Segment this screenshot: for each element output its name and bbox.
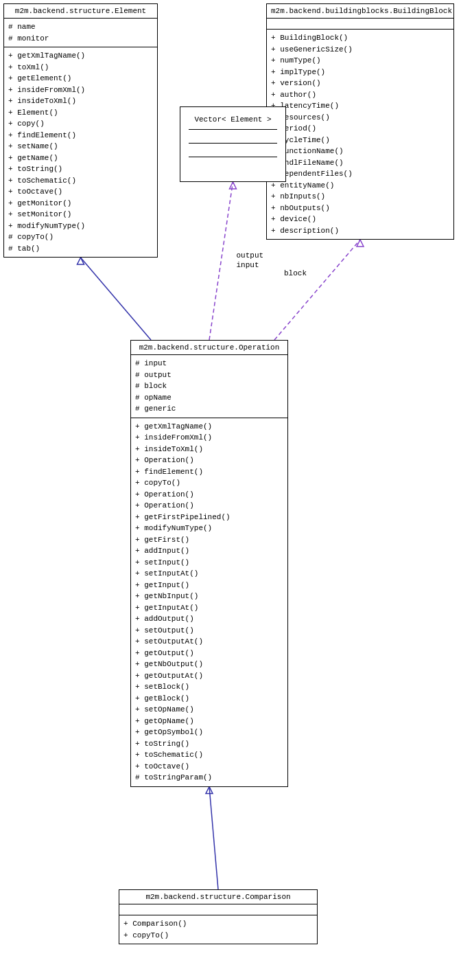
svg-marker-1 (78, 258, 84, 264)
operation-method-item: + getFirst() (135, 534, 283, 546)
svg-line-2 (209, 182, 233, 340)
operation-method-item: + toOctave() (135, 761, 283, 773)
element-method-item: + getElement() (8, 73, 153, 84)
comparison-class-box: m2m.backend.structure.Comparison + Compa… (119, 889, 318, 944)
operation-method-item: + setOpName() (135, 704, 283, 716)
diagram-container: m2m.backend.structure.Element # name # m… (0, 0, 461, 980)
element-method-item: + toOctave() (8, 186, 153, 198)
operation-method-item: + toSchematic() (135, 749, 283, 761)
element-method-item: + setName() (8, 141, 153, 152)
operation-method-item: + setBlock() (135, 681, 283, 693)
buildingblock-method-item: + version() (271, 78, 449, 89)
buildingblock-method-item: + author() (271, 89, 449, 101)
buildingblock-method-item: + nbInputs() (271, 191, 449, 203)
operation-method-item: + getNbInput() (135, 591, 283, 602)
comparison-methods-section: + Comparison()+ copyTo() (119, 915, 317, 944)
operation-class-box: m2m.backend.structure.Operation # input#… (130, 340, 288, 787)
element-method-item: + modifyNumType() (8, 220, 153, 232)
element-method-item: + Element() (8, 107, 153, 119)
operation-field-item: # output (135, 369, 283, 381)
comparison-class-title: m2m.backend.structure.Comparison (119, 890, 317, 904)
buildingblock-method-item: + useGenericSize() (271, 44, 449, 56)
svg-marker-7 (206, 787, 213, 794)
operation-method-item: + getXmlTagName() (135, 421, 283, 433)
buildingblock-method-item: + cycleTime() (271, 135, 449, 146)
element-method-item: + setMonitor() (8, 209, 153, 220)
operation-method-item: + findElement() (135, 466, 283, 478)
buildingblock-method-item: + entityName() (271, 180, 449, 192)
element-method-item: + toString() (8, 163, 153, 175)
buildingblock-class-box: m2m.backend.buildingblocks.BuildingBlock… (266, 3, 454, 240)
element-method-item: + toXml() (8, 62, 153, 73)
comparison-method-item: + copyTo() (123, 930, 313, 942)
operation-method-item: + Operation() (135, 489, 283, 501)
element-class-title: m2m.backend.structure.Element (4, 4, 157, 19)
element-title-text: m2m.backend.structure.Element (15, 7, 146, 15)
svg-line-0 (81, 258, 152, 340)
element-method-item: + copy() (8, 118, 153, 130)
buildingblock-method-item: + vhdlFileName() (271, 157, 449, 169)
operation-fields-section: # input# output# block# opName# generic (131, 355, 287, 418)
output-label: output (237, 251, 264, 260)
operation-method-item: + addInput() (135, 545, 283, 557)
svg-line-4 (274, 240, 360, 340)
operation-method-item: + setInput() (135, 557, 283, 569)
operation-method-item: + setInputAt() (135, 568, 283, 580)
operation-method-item: + insideToXml() (135, 444, 283, 455)
operation-method-item: + Operation() (135, 500, 283, 512)
operation-method-item: + Operation() (135, 455, 283, 466)
buildingblock-method-item: + nbOutputs() (271, 203, 449, 214)
element-method-item: + findElement() (8, 130, 153, 141)
operation-method-item: + insideFromXml() (135, 432, 283, 444)
operation-field-item: # input (135, 358, 283, 369)
svg-marker-3 (230, 182, 237, 189)
operation-method-item: + getOpName() (135, 716, 283, 727)
buildingblock-title-text: m2m.backend.buildingblocks.BuildingBlock (271, 7, 452, 15)
block-label: block (284, 269, 307, 277)
element-field-1: # name (8, 21, 153, 33)
buildingblock-method-item: + latencyTime() (271, 100, 449, 112)
buildingblock-class-title: m2m.backend.buildingblocks.BuildingBlock (267, 4, 453, 19)
element-field-2: # monitor (8, 33, 153, 45)
buildingblock-method-item: + period() (271, 123, 449, 135)
operation-class-title: m2m.backend.structure.Operation (131, 341, 287, 355)
comparison-method-item: + Comparison() (123, 918, 313, 930)
element-method-item: + getXmlTagName() (8, 50, 153, 62)
element-method-item: + getMonitor() (8, 198, 153, 209)
buildingblock-method-item: + BuildingBlock() (271, 32, 449, 44)
operation-method-item: + getOutputAt() (135, 670, 283, 682)
buildingblock-methods-section: + BuildingBlock()+ useGenericSize()+ num… (267, 30, 453, 239)
comparison-title-text: m2m.backend.structure.Comparison (145, 893, 290, 901)
element-method-item: + getName() (8, 152, 153, 164)
svg-line-6 (209, 787, 218, 890)
input-label: input (237, 261, 259, 269)
operation-method-item: + getFirstPipelined() (135, 512, 283, 523)
operation-method-item: + addOutput() (135, 613, 283, 625)
operation-field-item: # block (135, 380, 283, 392)
operation-methods-section: + getXmlTagName()+ insideFromXml()+ insi… (131, 418, 287, 786)
operation-method-item: + modifyNumType() (135, 523, 283, 534)
comparison-empty-section (119, 904, 317, 915)
svg-marker-5 (357, 240, 364, 247)
buildingblock-method-item: + functionName() (271, 146, 449, 157)
buildingblock-method-item: + numType() (271, 55, 449, 67)
operation-method-item: + setOutput() (135, 625, 283, 637)
operation-field-item: # opName (135, 392, 283, 404)
buildingblock-method-item: + description() (271, 225, 449, 237)
buildingblock-method-item: + resources() (271, 112, 449, 124)
operation-method-item: + getNbOutput() (135, 659, 283, 670)
element-method-item: + toSchematic() (8, 175, 153, 187)
element-method-item: + insideToXml() (8, 95, 153, 107)
element-method-item: # copyTo() (8, 231, 153, 243)
operation-method-item: + getInputAt() (135, 602, 283, 614)
operation-method-item: + toString() (135, 738, 283, 750)
buildingblock-method-item: + implType() (271, 67, 449, 78)
vector-class-box: Vector< Element > (180, 106, 286, 182)
buildingblock-method-item: + dependentFiles() (271, 168, 449, 180)
operation-method-item: + copyTo() (135, 477, 283, 489)
element-fields-section: # name # monitor (4, 19, 157, 47)
element-methods-section: + getXmlTagName()+ toXml()+ getElement()… (4, 47, 157, 257)
buildingblock-method-item: + device() (271, 214, 449, 225)
buildingblock-empty-section (267, 19, 453, 30)
operation-method-item: # toStringParam() (135, 772, 283, 784)
